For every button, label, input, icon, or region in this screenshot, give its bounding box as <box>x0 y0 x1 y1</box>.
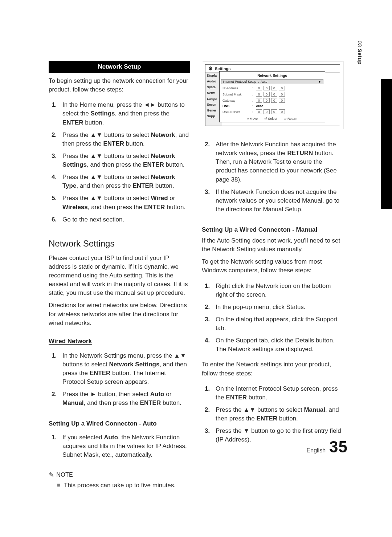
wired-steps: 1.In the Network Settings menu, press th… <box>49 351 190 411</box>
list-item: 1.On the Internet Protocol Setup screen,… <box>205 385 343 402</box>
ss-ip-octet[interactable]: 0 <box>264 86 270 90</box>
ss-ip-octets: 0000 <box>256 92 285 97</box>
ss-ip-octet[interactable]: 0 <box>279 98 285 103</box>
list-text: If you selected Auto, the Network Functi… <box>62 433 190 459</box>
list-number: 3. <box>205 188 212 214</box>
list-text: Press the ▲▼ buttons to select Wired or … <box>62 194 190 211</box>
ss-ip-octet[interactable]: 0 <box>256 109 262 114</box>
ss-ip-row-label: Subnet Mask <box>222 93 250 96</box>
list-text: In the Network Settings menu, press the … <box>62 351 190 387</box>
bullet-square-icon <box>57 484 60 487</box>
ss-ip-setup-value: Auto <box>261 80 268 84</box>
ss-ip-octet[interactable]: 0 <box>271 92 277 97</box>
ss-dns-value: Auto <box>256 104 264 108</box>
list-text: Press the ▲▼ buttons to select Manual, a… <box>216 406 343 423</box>
colon: : <box>252 86 254 90</box>
list-number: 1. <box>52 351 59 387</box>
list-number: 2. <box>205 140 212 184</box>
ss-row-ip-setup[interactable]: Internet Protocol Setup : Auto ► <box>221 79 323 84</box>
list-number: 2. <box>52 131 59 148</box>
list-text: Press the ▲▼ buttons to select Network S… <box>62 152 190 169</box>
ss-ip-setup-label: Internet Protocol Setup <box>223 80 256 84</box>
ss-ip-octet[interactable]: 0 <box>256 92 262 97</box>
list-item: 3.Press the ▲▼ buttons to select Network… <box>52 152 190 169</box>
list-item: 1.If you selected Auto, the Network Func… <box>52 433 190 459</box>
ns-paragraph-1: Please contact your ISP to find out if y… <box>49 254 190 298</box>
list-number: 3. <box>52 152 59 169</box>
list-item: 1.In the Network Settings menu, press th… <box>52 351 190 387</box>
ss-row-dns: DNS : Auto <box>222 103 322 109</box>
manual-steps: 1.Right click the Network icon on the bo… <box>202 282 343 358</box>
legend-move: ♦ Move <box>247 117 258 121</box>
list-number: 3. <box>205 427 212 444</box>
list-item: 2.Press the ▲▼ buttons to select Manual,… <box>205 406 343 423</box>
ns-paragraph-2: Directions for wired networks are below.… <box>49 301 190 327</box>
thumb-index-bar <box>381 79 392 209</box>
ss-ip-octet[interactable]: 0 <box>279 92 285 97</box>
list-number: 2. <box>205 303 212 312</box>
list-number: 4. <box>205 336 212 354</box>
list-number: 1. <box>205 385 212 402</box>
list-item: 4.On the Support tab, click the Details … <box>205 336 343 354</box>
ss-ip-row: IP Address:0000 <box>222 85 322 91</box>
ss-dns-server-ip: 0000 <box>256 109 285 114</box>
ss-dns-label: DNS <box>222 104 250 108</box>
right-column: ⚙ Settings DisplaAudioSysteNetwLanguSecu… <box>202 61 343 490</box>
list-text: On the Support tab, click the Details bu… <box>216 336 343 354</box>
list-number: 1. <box>52 433 59 459</box>
list-item: 3.If the Network Function does not acqui… <box>205 188 343 214</box>
settings-screenshot: ⚙ Settings DisplaAudioSysteNetwLanguSecu… <box>202 61 343 129</box>
list-text: Press the ▲▼ buttons to select Network, … <box>62 131 190 148</box>
list-text: In the pop-up menu, click Status. <box>216 303 306 312</box>
ss-ip-octet[interactable]: 0 <box>279 86 285 90</box>
manual-p2: To get the Network setting values from m… <box>202 257 343 275</box>
auto-steps: 1.If you selected Auto, the Network Func… <box>49 433 190 463</box>
colon: : <box>252 93 254 96</box>
list-item: 2.In the pop-up menu, click Status. <box>205 303 343 312</box>
ss-row-dns-server: DNS Server : 0000 <box>222 109 322 115</box>
list-item: 2.Press the ▲▼ buttons to select Network… <box>52 131 190 148</box>
chapter-tab: 03 Setup <box>356 41 364 77</box>
list-item: 1.In the Home menu, press the ◄► buttons… <box>52 101 190 127</box>
legend-select: ⏎ Select <box>264 117 277 121</box>
note-text: This process can take up to five minutes… <box>64 481 176 490</box>
page-footer: English 35 <box>307 438 348 456</box>
footer-language: English <box>307 447 326 454</box>
list-number: 4. <box>52 173 59 190</box>
list-item: 1.Right click the Network icon on the bo… <box>205 282 343 299</box>
heading-wired-manual: Setting Up a Wired Connecton - Manual <box>202 226 343 233</box>
note-heading: ✎ NOTE <box>49 471 190 479</box>
heading-wired-auto: Setting Up a Wired Connecton - Auto <box>49 420 190 427</box>
ss-ip-octet[interactable]: 0 <box>271 98 277 103</box>
ss-ip-octet[interactable]: 0 <box>264 92 270 97</box>
list-number: 1. <box>52 101 59 127</box>
list-number: 2. <box>205 406 212 423</box>
enter-p: To enter the Network settings into your … <box>202 360 343 378</box>
ss-ip-octet[interactable]: 0 <box>256 98 262 103</box>
intro-paragraph: To begin setting up the network connecti… <box>49 77 190 94</box>
ss-ip-octets: 0000 <box>256 98 285 103</box>
left-column: Network Setup To begin setting up the ne… <box>49 61 190 490</box>
list-text: Right click the Network icon on the bott… <box>216 282 343 299</box>
ss-app-title: Settings <box>215 66 230 71</box>
page-body: Network Setup To begin setting up the ne… <box>49 61 344 490</box>
list-text: On the Internet Protocol Setup screen, p… <box>216 385 343 402</box>
ss-ip-octet[interactable]: 0 <box>256 86 262 90</box>
chapter-title: Setup <box>357 49 363 65</box>
ss-ip-octet[interactable]: 0 <box>279 109 285 114</box>
list-text: In the Home menu, press the ◄► buttons t… <box>62 101 190 127</box>
list-number: 1. <box>205 282 212 299</box>
list-text: If the Network Function does not acquire… <box>216 188 343 214</box>
ss-panel: Network Settings Internet Protocol Setup… <box>219 71 325 122</box>
ss-ip-octet[interactable]: 0 <box>264 109 270 114</box>
ss-legend: ♦ Move ⏎ Select ⊃ Return <box>222 117 322 121</box>
legend-return: ⊃ Return <box>284 117 298 121</box>
gear-icon: ⚙ <box>208 66 213 71</box>
ss-ip-octets: 0000 <box>256 86 285 90</box>
note-bullet: This process can take up to five minutes… <box>57 481 190 490</box>
ss-ip-octet[interactable]: 0 <box>271 86 277 90</box>
ss-ip-row-label: IP Address <box>222 86 250 90</box>
ss-ip-octet[interactable]: 0 <box>271 109 277 114</box>
list-number: 3. <box>205 315 212 333</box>
ss-ip-octet[interactable]: 0 <box>264 98 270 103</box>
